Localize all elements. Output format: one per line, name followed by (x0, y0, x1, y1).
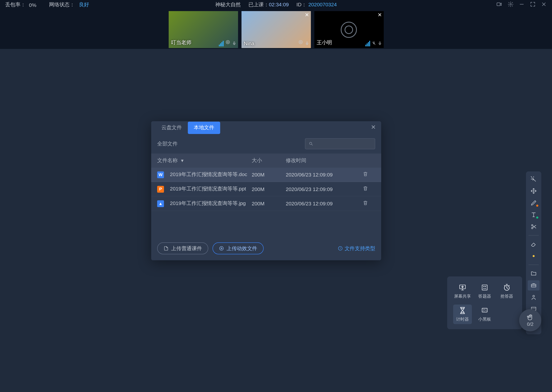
svg-rect-9 (379, 42, 380, 44)
tab-local-files[interactable]: 本地文件 (188, 121, 220, 133)
tool-color-picker[interactable] (528, 251, 539, 261)
supported-types-link[interactable]: 文件支持类型 (338, 245, 375, 252)
file-name: 2019年工作汇报情况查询等等.jpg (170, 200, 246, 207)
file-dialog: 云盘文件 本地文件 ✕ 全部文件 文件名称 ▼ 大小 修改时间 W2019年工作… (151, 121, 381, 260)
search-input[interactable] (305, 138, 375, 149)
file-name: 2019年工作汇报情况查询等等.ppt (170, 185, 246, 193)
camera-on-icon (298, 39, 303, 46)
network-status-value: 良好 (79, 1, 89, 9)
file-time: 2020/06/23 12:09:09 (286, 172, 363, 178)
room-title: 神秘大自然 (215, 1, 241, 9)
svg-rect-0 (497, 3, 500, 6)
mic-muted-icon (372, 40, 376, 46)
video-tile[interactable]: ✕ 王小明 (314, 11, 384, 48)
network-status-label: 网络状态： (49, 1, 74, 9)
table-row[interactable]: ▲2019年工作汇报情况查询等等.jpg200M2020/06/23 12:09… (151, 196, 381, 211)
file-size: 200M (252, 201, 286, 207)
room-id-value: 2020070324 (308, 2, 337, 8)
top-status-bar: 丢包率：0% 网络状态：良好 神秘大自然 已上课：02:34:09 ID：202… (0, 0, 552, 10)
file-size: 200M (252, 186, 286, 192)
mic-icon (378, 40, 382, 46)
camera-on-icon (225, 39, 230, 46)
svg-point-1 (510, 3, 511, 5)
svg-point-2 (226, 40, 229, 44)
table-row[interactable]: P2019年工作汇报情况查询等等.ppt200M2020/06/23 12:09… (151, 182, 381, 196)
svg-point-5 (299, 40, 302, 44)
participant-name: Nina (244, 40, 254, 46)
participant-name: 王小明 (317, 39, 332, 46)
elapsed-value: 02:34:09 (269, 2, 289, 8)
tool-move[interactable] (528, 186, 539, 196)
settings-icon[interactable] (508, 1, 514, 9)
tile-close-icon[interactable]: ✕ (378, 12, 382, 18)
video-tile[interactable]: ✕ Nina (241, 11, 311, 48)
hand-raise-count: 0/2 (527, 322, 533, 327)
tool-pen[interactable] (528, 198, 539, 208)
room-id-label: ID： (296, 2, 306, 8)
delete-icon[interactable] (363, 172, 368, 178)
file-size: 200M (252, 172, 286, 178)
participant-video-strip: 叮当老师 ✕ Nina ✕ 王小明 (0, 10, 552, 49)
file-name: 2019年工作汇报情况查询等等.doc (170, 171, 247, 178)
file-time: 2020/06/23 12:09:09 (286, 201, 363, 207)
signal-bars-icon (365, 40, 370, 46)
video-tile[interactable]: 叮当老师 (168, 11, 238, 48)
dialog-close-icon[interactable]: ✕ (371, 124, 376, 131)
tool-laser-pointer[interactable] (528, 174, 539, 184)
tool-blackboard[interactable]: 小黑板 (475, 305, 494, 324)
tools-popover: 屏幕共享 答题器 抢答器 计时器 小黑板 (447, 276, 522, 329)
tool-eraser[interactable] (528, 239, 539, 249)
tool-answer[interactable]: 答题器 (475, 281, 494, 301)
tab-cloud-files[interactable]: 云盘文件 (155, 121, 188, 133)
col-time-header[interactable]: 修改时间 (286, 157, 363, 164)
search-field[interactable] (316, 141, 371, 147)
participant-name: 叮当老师 (171, 39, 191, 46)
packet-loss-value: 0% (29, 2, 36, 8)
svg-point-6 (300, 42, 301, 43)
svg-point-3 (227, 42, 228, 43)
upload-animated-button[interactable]: 上传动效文件 (212, 243, 264, 254)
tool-quick-answer[interactable]: 抢答器 (497, 281, 516, 301)
svg-point-10 (310, 142, 312, 145)
breadcrumb[interactable]: 全部文件 (157, 140, 178, 147)
delete-icon[interactable] (363, 201, 368, 207)
svg-rect-7 (306, 42, 307, 44)
tool-toolbox[interactable] (528, 280, 539, 290)
table-header: 文件名称 ▼ 大小 修改时间 (151, 154, 381, 168)
upload-normal-button[interactable]: 上传普通课件 (157, 243, 208, 254)
svg-rect-14 (482, 285, 487, 290)
signal-bars-icon (219, 40, 223, 46)
svg-point-19 (533, 255, 535, 257)
tool-folder[interactable] (528, 268, 539, 279)
tool-timer[interactable]: 计时器 (453, 305, 472, 324)
mic-icon (232, 40, 236, 46)
fullscreen-icon[interactable] (530, 1, 536, 9)
hand-raise-button[interactable]: 0/2 (519, 309, 541, 331)
delete-icon[interactable] (363, 187, 368, 193)
search-icon (309, 141, 313, 147)
tool-screen-share[interactable]: 屏幕共享 (453, 281, 472, 301)
table-row[interactable]: W2019年工作汇报情况查询等等.doc200M2020/06/23 12:09… (151, 168, 381, 182)
minimize-icon[interactable] (519, 1, 525, 9)
filetype-icon: P (157, 186, 164, 193)
col-name-header[interactable]: 文件名称 ▼ (157, 157, 252, 164)
svg-point-21 (533, 295, 535, 297)
camera-off-icon (341, 21, 357, 37)
elapsed-label: 已上课： (248, 2, 269, 8)
tool-text[interactable] (528, 210, 539, 220)
close-icon[interactable] (541, 1, 547, 9)
sort-caret-icon: ▼ (180, 158, 184, 163)
tool-scissors[interactable] (528, 222, 539, 232)
tool-participant[interactable] (528, 292, 539, 302)
filetype-icon: ▲ (157, 200, 164, 207)
svg-point-11 (219, 246, 223, 250)
camera-toggle-icon[interactable] (496, 1, 502, 9)
packet-loss-label: 丢包率： (5, 1, 26, 9)
col-size-header[interactable]: 大小 (252, 157, 286, 164)
tile-close-icon[interactable]: ✕ (305, 12, 309, 18)
filetype-icon: W (157, 171, 164, 178)
file-time: 2020/06/23 12:09:09 (286, 186, 363, 192)
mic-icon (305, 40, 309, 46)
svg-rect-4 (233, 42, 235, 44)
